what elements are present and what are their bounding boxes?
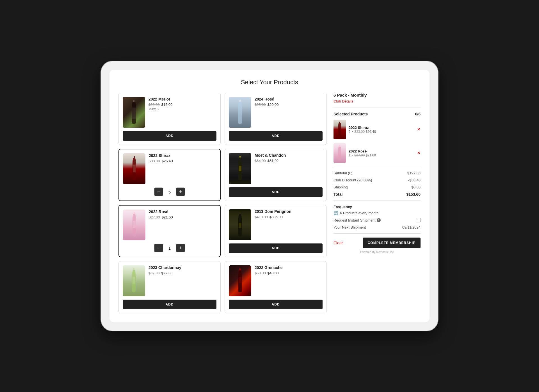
selected-item-name-rose: 2022 Rosé [349,149,414,153]
next-shipment-row: Your Next Shipment 09/11/2024 [334,225,421,229]
main-layout: 2022 Merlot $20.00 $16.00 Max: 6 ADD [118,93,421,313]
remove-shiraz-button[interactable]: ✕ [417,127,421,132]
selected-sale-price-rose: $21.60 [366,153,376,157]
qty-decrease-rose-2022[interactable]: − [154,244,163,252]
next-shipment-date: 09/11/2024 [402,225,421,229]
selected-thumb-shiraz [334,120,346,139]
svg-rect-1 [132,108,136,119]
selected-orig-price-shiraz: $33.00 [354,130,365,134]
product-card-moet: Moët & Chandon $64.90 $51.92 ADD [225,149,327,201]
total-row: Total $153.60 [334,192,421,197]
product-footer-dom: ADD [229,243,323,253]
qty-decrease-shiraz[interactable]: − [154,188,163,196]
product-inner: 2022 Grenache $50.00 $40.00 [229,265,323,296]
selected-item-detail-rose: 1 × $27.00 $21.60 [349,153,414,157]
total-value: $153.60 [406,192,421,197]
complete-membership-button[interactable]: COMPLETE MEMBERSHIP [363,238,421,248]
product-name-chardonnay: 2023 Chardonnay [149,265,216,270]
price-original-shiraz: $33.00 [149,159,160,163]
svg-rect-9 [239,212,241,214]
product-prices-rose-2024: $25.00 $20.00 [255,102,323,107]
discount-value: -$38.40 [408,178,421,182]
product-image-rose-2024 [229,97,251,128]
product-image-rose-2022 [123,209,145,240]
divider-1 [334,108,421,108]
frequency-label: Frequency [334,205,421,209]
total-label: Total [334,192,342,197]
divider-3 [334,200,421,201]
product-image-dom [229,209,251,240]
selected-sale-price-shiraz: $26.40 [366,130,376,134]
device-screen: Select Your Products [109,70,430,322]
shipping-label: Shipping [334,185,348,189]
svg-rect-7 [134,212,135,214]
product-footer-merlot: ADD [123,131,216,141]
price-original-grenache: $50.00 [255,271,266,275]
price-sale-moet: $51.92 [268,159,279,163]
svg-rect-15 [339,122,340,123]
product-inner: 2022 Shiraz $33.00 $26.40 [123,153,216,184]
add-button-merlot[interactable]: ADD [123,131,216,141]
svg-rect-0 [133,100,134,102]
add-button-dom[interactable]: ADD [229,243,323,253]
instant-shipment-label: Request Instant Shipment ? [334,218,381,222]
product-info-rose-2024: 2024 Rosé $25.00 $20.00 [255,97,323,107]
price-original-merlot: $20.00 [149,102,160,107]
product-name-grenache: 2022 Grenache [255,265,323,270]
price-original-chardonnay: $37.00 [149,271,160,275]
qty-increase-shiraz[interactable]: + [176,188,185,196]
frequency-value: 🔄 6 Products every month [334,211,421,215]
discount-label: Club Discount (20.00%) [334,178,372,182]
product-footer-rose-2022: − 1 + [123,244,216,252]
product-prices-merlot: $20.00 $16.00 [149,102,216,107]
product-image-shiraz [123,153,145,184]
product-inner: 2022 Merlot $20.00 $16.00 Max: 6 [123,97,216,128]
selected-products-header: Selected Products 6/6 [334,112,421,116]
instant-shipment-checkbox[interactable] [416,218,421,222]
remove-rose-button[interactable]: ✕ [417,151,421,155]
shipping-value: $0.00 [411,185,421,189]
price-original-dom: $419.99 [255,215,268,219]
product-card-dom: 2013 Dom Perignon $419.99 $335.99 ADD [225,205,327,257]
selected-count: 6/6 [415,112,421,116]
product-name-moet: Moët & Chandon [255,153,323,158]
product-image-chardonnay [123,265,145,296]
selected-item-info-rose: 2022 Rosé 1 × $27.00 $21.60 [349,149,414,157]
clear-button[interactable]: Clear [334,241,343,245]
svg-rect-2 [239,100,241,102]
product-info-grenache: 2022 Grenache $50.00 $40.00 [255,265,323,275]
add-button-grenache[interactable]: ADD [229,300,323,309]
qty-value-rose-2022: 1 [167,246,172,250]
product-inner: Moët & Chandon $64.90 $51.92 [229,153,323,184]
product-footer-moet: ADD [229,187,323,197]
club-details-link[interactable]: Club Details [334,99,353,103]
svg-rect-10 [239,223,241,228]
next-shipment-label: Your Next Shipment [334,225,366,229]
qty-controls-rose-2022: − 1 + [123,244,216,252]
qty-increase-rose-2022[interactable]: + [176,244,185,252]
product-info-moet: Moët & Chandon $64.90 $51.92 [255,153,323,163]
selected-item-info-shiraz: 2022 Shiraz 5 × $33.00 $26.40 [349,126,414,134]
product-image-grenache [229,265,251,296]
add-button-rose-2024[interactable]: ADD [229,131,323,141]
sidebar: 6 Pack - Monthly Club Details Selected P… [334,93,421,313]
add-button-chardonnay[interactable]: ADD [123,300,216,309]
frequency-section: Frequency 🔄 6 Products every month [334,205,421,215]
frequency-text: 6 Products every month [340,211,378,215]
product-info-chardonnay: 2023 Chardonnay $37.00 $29.60 [149,265,216,275]
product-footer-grenache: ADD [229,300,323,309]
info-icon[interactable]: ? [377,218,381,222]
product-name-dom: 2013 Dom Perignon [255,209,323,214]
product-info-dom: 2013 Dom Perignon $419.99 $335.99 [255,209,323,219]
svg-rect-8 [133,221,136,228]
add-button-moet[interactable]: ADD [229,187,323,197]
action-row: Clear COMPLETE MEMBERSHIP [334,238,421,248]
divider-2 [334,167,421,167]
svg-rect-11 [133,268,134,270]
product-prices-moet: $64.90 $51.92 [255,159,323,163]
product-info-merlot: 2022 Merlot $20.00 $16.00 Max: 6 [149,97,216,111]
product-card-grenache: 2022 Grenache $50.00 $40.00 ADD [225,261,327,313]
product-card-shiraz: 2022 Shiraz $33.00 $26.40 − 5 + [118,149,221,201]
product-info-rose-2022: 2022 Rosé $27.00 $21.60 [149,209,216,219]
product-prices-rose-2022: $27.00 $21.60 [149,215,216,219]
